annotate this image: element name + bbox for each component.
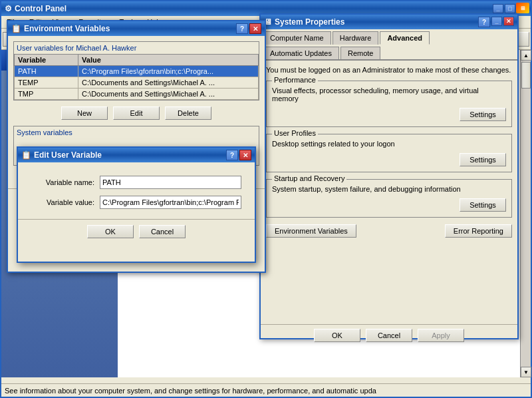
startup-recovery-btn-area: Settings [272, 198, 506, 212]
sys-props-title-left: 🖥 System Properties [264, 17, 344, 27]
scroll-up[interactable]: ▲ [521, 50, 531, 61]
tab-automatic-updates[interactable]: Automatic Updates [263, 47, 339, 59]
env-close-button[interactable]: ✕ [249, 23, 261, 34]
edit-ok-button[interactable]: OK [87, 225, 134, 238]
tab-hardware[interactable]: Hardware [332, 31, 379, 45]
title-bar-left: ⚙ Control Panel [5, 4, 66, 13]
user-vars-buttons: New Edit Delete [8, 103, 265, 123]
dialog-bottom-buttons: OK Cancel Apply [261, 324, 517, 346]
apply-button[interactable]: Apply [418, 329, 464, 342]
scroll-down[interactable]: ▼ [521, 367, 531, 377]
user-profiles-settings-button[interactable]: Settings [460, 153, 506, 166]
edit-var-icon: 📋 [21, 150, 31, 160]
user-new-button[interactable]: New [61, 106, 108, 120]
var-value-label: Variable value: [31, 198, 94, 206]
edit-close-button[interactable]: ✕ [239, 150, 251, 160]
var-value: C:\Documents and Settings\Michael A. ... [78, 89, 259, 100]
var-value: C:\Documents and Settings\Michael A. ... [78, 77, 259, 89]
sys-props-title-bar: 🖥 System Properties ? _ ✕ [261, 15, 517, 29]
performance-desc: Visual effects, processor scheduling, me… [272, 87, 506, 102]
user-vars-table: Variable Value PATH C:\Program Files\gfo… [14, 54, 259, 100]
bottom-action-btns: Environment Variables Error Reporting [266, 224, 512, 238]
env-vars-icon: 📋 [11, 24, 21, 33]
title-bar-buttons: _ □ ✕ ⊞ [493, 4, 527, 13]
edit-var-content: Variable name: Variable value: [18, 162, 255, 216]
tabs-row: General Computer Name Hardware Advanced [261, 29, 517, 46]
scrollbar: ▲ ▼ [520, 50, 531, 377]
maximize-button[interactable]: □ [505, 4, 515, 13]
table-row[interactable]: PATH C:\Program Files\gfortran\bin;c:\Pr… [15, 66, 259, 77]
admin-notice: You must be logged on as an Administrato… [266, 66, 512, 74]
edit-var-title-btns: ? ✕ [226, 150, 251, 160]
startup-recovery-section: Startup and Recovery System startup, sys… [266, 179, 512, 218]
sys-props-title-btns: ? _ ✕ [478, 17, 514, 27]
control-panel-title-text: Control Panel [15, 4, 66, 13]
env-vars-title-left: 📋 Environment Variables [11, 24, 110, 33]
user-profiles-label: User Profiles [272, 129, 318, 137]
status-bar: See information about your computer syst… [1, 383, 531, 397]
tab-computer-name[interactable]: Computer Name [263, 31, 331, 45]
sys-props-title-text: System Properties [275, 17, 344, 27]
minimize-button[interactable]: _ [493, 4, 503, 13]
col-variable: Variable [15, 55, 78, 66]
user-profiles-btn-area: Settings [272, 153, 506, 166]
user-profiles-desc: Desktop settings related to your logon [272, 140, 506, 148]
environment-variables-button[interactable]: Environment Variables [266, 224, 356, 238]
cancel-button[interactable]: Cancel [366, 329, 412, 342]
startup-recovery-desc: System startup, system failure, and debu… [272, 185, 506, 193]
performance-section: Performance Visual effects, processor sc… [266, 81, 512, 127]
startup-settings-button[interactable]: Settings [460, 198, 506, 212]
env-vars-title-text: Environment Variables [24, 24, 110, 33]
minimize-button[interactable]: _ [491, 17, 502, 26]
var-value: C:\Program Files\gfortran\bin;c:\Progra.… [78, 66, 259, 77]
system-properties-window: 🖥 System Properties ? _ ✕ General Comput… [259, 13, 519, 339]
edit-user-variable-dialog: 📋 Edit User Variable ? ✕ Variable name: … [17, 146, 256, 263]
user-delete-button[interactable]: Delete [165, 106, 211, 120]
var-value-input[interactable] [100, 196, 241, 209]
user-profiles-section: User Profiles Desktop settings related t… [266, 134, 512, 172]
tab-content: You must be logged on as an Administrato… [261, 61, 517, 324]
close-button[interactable]: ✕ [503, 17, 514, 26]
performance-settings-button[interactable]: Settings [460, 108, 506, 121]
help-button[interactable]: ? [478, 17, 490, 27]
var-name: TEMP [15, 77, 78, 89]
var-name: PATH [15, 66, 78, 77]
status-text: See information about your computer syst… [5, 387, 376, 395]
col-value: Value [78, 55, 259, 66]
user-edit-button[interactable]: Edit [113, 106, 160, 120]
tabs-row2: Automatic Updates Remote [261, 45, 517, 61]
sys-vars-title: System variables [14, 126, 259, 138]
table-row[interactable]: TMP C:\Documents and Settings\Michael A.… [15, 89, 259, 100]
scroll-track [521, 61, 531, 367]
var-value-row: Variable value: [25, 192, 248, 212]
startup-recovery-label: Startup and Recovery [272, 174, 346, 182]
xp-logo: ⊞ [516, 3, 529, 13]
edit-cancel-button[interactable]: Cancel [139, 225, 186, 238]
env-vars-title-bar: 📋 Environment Variables ? ✕ [8, 21, 265, 36]
performance-btn-area: Settings [272, 108, 506, 121]
user-vars-title: User variables for Michael A. Hawker [14, 42, 259, 54]
edit-var-title-left: 📋 Edit User Variable [21, 150, 102, 160]
var-name: TMP [15, 89, 78, 100]
var-name-input[interactable] [100, 176, 241, 189]
env-help-button[interactable]: ? [236, 23, 248, 34]
edit-var-title-text: Edit User Variable [34, 150, 102, 160]
env-vars-title-btns: ? ✕ [236, 23, 261, 34]
edit-var-buttons: OK Cancel [18, 219, 255, 244]
performance-label: Performance [272, 76, 318, 84]
tab-remote[interactable]: Remote [340, 47, 381, 59]
tab-advanced[interactable]: Advanced [380, 31, 430, 45]
ok-button[interactable]: OK [314, 329, 360, 342]
var-name-row: Variable name: [25, 172, 248, 192]
table-row[interactable]: TEMP C:\Documents and Settings\Michael A… [15, 77, 259, 89]
edit-var-title-bar: 📋 Edit User Variable ? ✕ [18, 148, 255, 162]
var-name-label: Variable name: [31, 178, 94, 186]
scroll-thumb[interactable] [521, 62, 531, 89]
control-panel-icon: ⚙ [5, 4, 12, 13]
error-reporting-button[interactable]: Error Reporting [445, 224, 512, 238]
user-vars-section: User variables for Michael A. Hawker Var… [13, 41, 259, 100]
edit-help-button[interactable]: ? [226, 150, 238, 160]
